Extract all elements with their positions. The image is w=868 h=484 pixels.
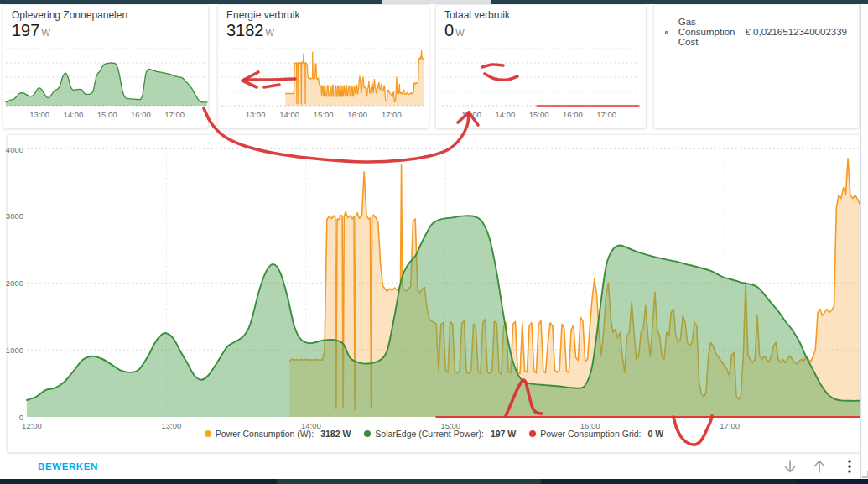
axis-tick-label: 16:00 bbox=[131, 110, 151, 119]
axis-tick-label: 1000 bbox=[0, 346, 23, 355]
card-title: Totaal verbruik bbox=[444, 9, 510, 21]
edit-button[interactable]: BEWERKEN bbox=[38, 461, 98, 471]
footer-bar: BEWERKEN bbox=[0, 454, 860, 479]
legend-dot-icon bbox=[364, 430, 371, 437]
axis-tick-label: 13:00 bbox=[246, 110, 266, 119]
card-unit: W bbox=[266, 28, 274, 38]
move-down-icon[interactable] bbox=[781, 457, 799, 476]
cash-icon bbox=[665, 28, 668, 37]
legend-dot-icon bbox=[529, 430, 536, 437]
scrollbar-corner bbox=[862, 471, 868, 478]
axis-tick-label: 17:00 bbox=[382, 110, 402, 119]
axis-tick-label: 13:00 bbox=[461, 110, 481, 119]
axis-tick-label: 13:00 bbox=[29, 110, 49, 119]
card-main-history-chart[interactable] bbox=[7, 134, 860, 453]
legend-item[interactable]: Power Consumption Grid: 0 W bbox=[529, 429, 663, 439]
chart-legend[interactable]: Power Consumption (W): 3182 WSolarEdge (… bbox=[0, 429, 868, 439]
entity-value: € 0,0216512340002339 bbox=[745, 27, 847, 37]
axis-tick-label: 3000 bbox=[0, 211, 23, 221]
axis-tick-label: 0 bbox=[0, 413, 23, 422]
card-title: Oplevering Zonnepanelen bbox=[12, 9, 127, 21]
card-unit: W bbox=[41, 28, 49, 38]
legend-label: Power Consumption Grid: bbox=[540, 429, 641, 439]
card-title: Energie verbruik bbox=[226, 9, 299, 21]
axis-tick-label: 15:00 bbox=[529, 110, 549, 119]
card-value: 197W bbox=[12, 21, 50, 40]
kebab-menu-icon[interactable] bbox=[840, 457, 859, 476]
card-unit: W bbox=[455, 28, 464, 38]
axis-tick-label: 16:00 bbox=[347, 110, 367, 119]
axis-tick-label: 16:00 bbox=[563, 110, 583, 119]
axis-tick-label: 15:00 bbox=[97, 110, 117, 119]
window-bottom-bar bbox=[0, 479, 868, 484]
legend-label: Power Consumption (W): bbox=[216, 429, 314, 439]
move-up-icon[interactable] bbox=[810, 457, 829, 476]
legend-label: SolarEdge (Current Power): bbox=[375, 429, 484, 439]
entity-label: Gas Consumption Cost bbox=[678, 17, 735, 47]
legend-value: 0 W bbox=[647, 429, 663, 439]
legend-dot-icon bbox=[205, 430, 211, 437]
axis-tick-label: 17:00 bbox=[596, 110, 616, 119]
legend-item[interactable]: SolarEdge (Current Power): 197 W bbox=[364, 429, 516, 439]
axis-tick-label: 14:00 bbox=[496, 110, 516, 119]
axis-tick-label: 14:00 bbox=[64, 110, 84, 119]
legend-value: 3182 W bbox=[320, 429, 351, 439]
axis-tick-label: 2000 bbox=[0, 278, 23, 288]
axis-tick-label: 14:00 bbox=[279, 110, 299, 119]
vertical-scrollbar[interactable] bbox=[860, 4, 868, 479]
card-gas-consumption-cost[interactable]: Gas Consumption Cost € 0,021651234000233… bbox=[653, 4, 860, 128]
card-value: 0W bbox=[444, 21, 465, 40]
legend-item[interactable]: Power Consumption (W): 3182 W bbox=[205, 429, 351, 439]
axis-tick-label: 17:00 bbox=[164, 110, 185, 119]
axis-tick-label: 4000 bbox=[0, 145, 23, 154]
axis-tick-label: 15:00 bbox=[314, 110, 334, 119]
legend-value: 197 W bbox=[491, 429, 516, 439]
card-value: 3182W bbox=[226, 21, 274, 40]
